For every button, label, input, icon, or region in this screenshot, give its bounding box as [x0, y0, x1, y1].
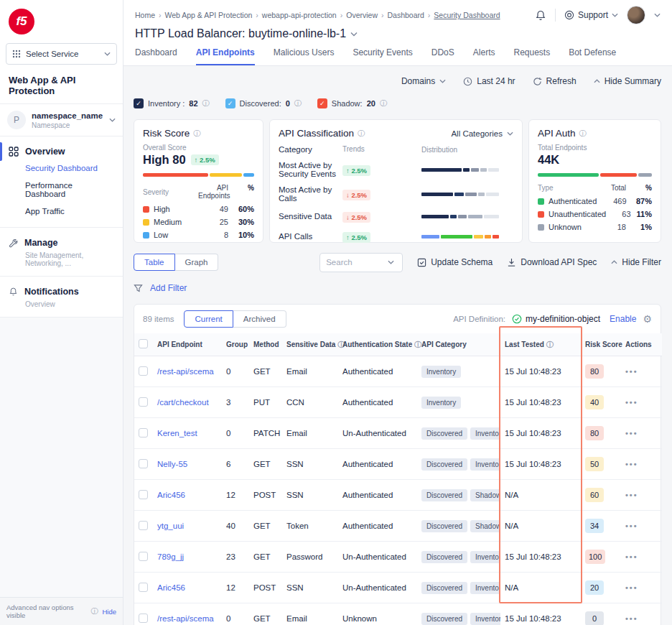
filter-shadow[interactable]: Shadow:20 ⓘ	[317, 98, 387, 108]
row-checkbox[interactable]	[139, 490, 148, 499]
col-last-tested[interactable]: Last Tested ⓘ	[500, 333, 581, 356]
download-api-spec-button[interactable]: Download API Spec	[507, 257, 597, 267]
row-checkbox[interactable]	[139, 521, 148, 530]
row-actions-menu[interactable]: •••	[625, 614, 638, 623]
col-authentication-state[interactable]: Authentication State ⓘ	[338, 333, 417, 356]
filter-inventory[interactable]: Inventory :82 ⓘ	[134, 98, 210, 108]
bell-icon[interactable]	[535, 9, 546, 22]
row-actions-menu[interactable]: •••	[625, 552, 638, 561]
hide-filter-toggle[interactable]: Hide Filter	[611, 257, 661, 267]
chevron-down-icon[interactable]	[654, 13, 661, 17]
table-view-button[interactable]: Table	[134, 254, 175, 271]
col-api-endpoint[interactable]: API Endpoint	[153, 333, 222, 356]
row-actions-menu[interactable]: •••	[625, 491, 638, 499]
risk-score-badge: 60	[585, 488, 604, 502]
breadcrumb-item[interactable]: Overview	[346, 11, 378, 19]
row-checkbox[interactable]	[139, 428, 148, 438]
endpoint-link[interactable]: Nelly-55	[157, 460, 187, 468]
hide-nav-link[interactable]: Hide	[102, 608, 116, 616]
tab-api-endpoints[interactable]: API Endpoints	[196, 47, 255, 65]
info-icon[interactable]: ⓘ	[414, 341, 421, 348]
sidebar-item-performance-dashboard[interactable]: Performance Dashboard	[0, 177, 123, 203]
refresh-button[interactable]: Refresh	[533, 76, 577, 86]
col-sensitive-data[interactable]: Sensitive Data ⓘ	[282, 333, 338, 356]
f5-logo[interactable]: f5	[9, 9, 34, 34]
gear-icon[interactable]: ⚙	[643, 313, 652, 325]
row-actions-menu[interactable]: •••	[625, 460, 638, 468]
update-schema-button[interactable]: Update Schema	[417, 257, 493, 267]
tab-requests[interactable]: Requests	[513, 47, 550, 65]
endpoint-link[interactable]: ytg_uui	[157, 522, 184, 530]
chevron-down-icon[interactable]	[350, 32, 358, 37]
col-risk-score[interactable]: Risk Score	[581, 333, 621, 356]
row-actions-menu[interactable]: •••	[625, 429, 638, 438]
col-group[interactable]: Group	[222, 333, 249, 356]
info-icon[interactable]: ⓘ	[358, 129, 365, 139]
sidebar-item-overview[interactable]: Overview	[0, 144, 123, 159]
row-checkbox[interactable]	[139, 552, 148, 561]
row-checkbox[interactable]	[139, 459, 148, 468]
api-category-chip: Inventory	[470, 551, 500, 563]
sidebar-item-security-dashboard[interactable]: Security Dashboard	[0, 159, 123, 177]
row-actions-menu[interactable]: •••	[625, 583, 638, 592]
checkbox-checked[interactable]	[317, 98, 327, 108]
checkbox-checked[interactable]	[134, 98, 144, 108]
endpoint-link[interactable]: /cart/checkout	[157, 398, 209, 407]
breadcrumb-item[interactable]: Dashboard	[387, 11, 424, 19]
domains-dropdown[interactable]: Domains	[401, 76, 446, 86]
add-filter-button[interactable]: Add Filter	[150, 283, 187, 293]
archived-tab[interactable]: Archived	[233, 310, 286, 328]
endpoint-link[interactable]: /rest-api/scema	[157, 367, 214, 376]
hide-summary-toggle[interactable]: Hide Summary	[594, 76, 661, 86]
api-category-chip: Discovered	[421, 427, 467, 440]
namespace-selector[interactable]: P namespace_name Namespace	[0, 103, 123, 136]
search-select[interactable]	[319, 253, 403, 272]
breadcrumb-item[interactable]: Home	[135, 11, 155, 19]
col-method[interactable]: Method	[249, 333, 282, 356]
sidebar-item-app-traffic[interactable]: App Traffic	[0, 203, 123, 220]
endpoint-link[interactable]: /rest-api/scema	[157, 614, 214, 623]
all-categories-dropdown[interactable]: All Categories	[451, 129, 513, 138]
tab-alerts[interactable]: Alerts	[473, 47, 495, 65]
endpoint-link[interactable]: Aric456	[157, 491, 185, 499]
breadcrumb-item[interactable]: Web App & API Protection	[165, 11, 253, 19]
tab-security-events[interactable]: Security Events	[353, 47, 412, 65]
auth-state-cell: Un-Authenticated	[338, 542, 417, 573]
tab-ddos[interactable]: DDoS	[431, 47, 454, 65]
row-actions-menu[interactable]: •••	[625, 367, 638, 376]
row-checkbox[interactable]	[139, 614, 148, 623]
checkbox-checked[interactable]	[225, 98, 235, 108]
info-icon[interactable]: ⓘ	[546, 341, 554, 348]
info-icon[interactable]: ⓘ	[579, 129, 587, 139]
row-checkbox[interactable]	[139, 583, 148, 592]
tab-malicious-users[interactable]: Malicious Users	[274, 47, 335, 65]
row-checkbox[interactable]	[139, 366, 148, 376]
row-actions-menu[interactable]: •••	[625, 522, 638, 530]
tab-bot-defense[interactable]: Bot Defense	[569, 47, 616, 65]
select-service-dropdown[interactable]: Select Service	[6, 43, 117, 65]
endpoint-link[interactable]: 789g_jj	[157, 552, 184, 561]
tab-dashboard[interactable]: Dashboard	[135, 47, 177, 65]
enable-link[interactable]: Enable	[610, 314, 636, 324]
graph-view-button[interactable]: Graph	[175, 254, 219, 271]
bar-segment	[454, 193, 465, 196]
sidebar-item-notifications[interactable]: Notifications	[0, 284, 123, 300]
breadcrumb-item-current[interactable]: Security Dashboard	[434, 11, 500, 19]
endpoint-link[interactable]: Aric456	[157, 583, 185, 592]
info-icon[interactable]: ⓘ	[193, 129, 200, 139]
col-api-category[interactable]: API Category	[417, 333, 500, 356]
filter-discovered[interactable]: Discovered:0 ⓘ	[225, 98, 302, 108]
row-actions-menu[interactable]: •••	[625, 398, 638, 407]
row-checkbox[interactable]	[139, 397, 148, 407]
sidebar-item-manage[interactable]: Manage	[0, 235, 123, 251]
check-circle-icon	[512, 314, 522, 324]
user-avatar[interactable]	[627, 6, 645, 24]
bar-segment	[538, 173, 599, 177]
current-tab[interactable]: Current	[184, 310, 233, 328]
search-input[interactable]	[326, 258, 383, 267]
endpoint-link[interactable]: Keren_test	[157, 429, 197, 438]
support-menu[interactable]: Support	[564, 10, 618, 20]
select-all-checkbox[interactable]	[139, 339, 148, 348]
time-range-picker[interactable]: Last 24 hr	[463, 76, 515, 86]
breadcrumb-item[interactable]: webapp-api-protection	[262, 11, 337, 19]
